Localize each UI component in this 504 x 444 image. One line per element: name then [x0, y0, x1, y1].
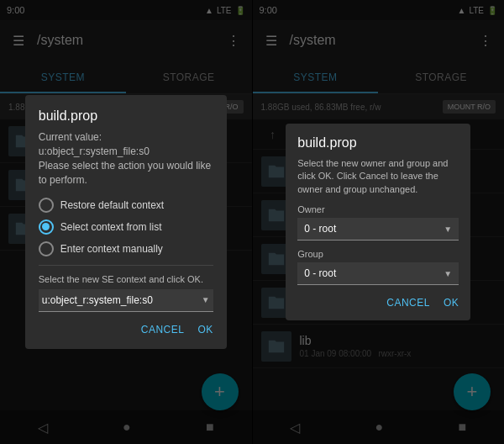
group-row: Group 0 - root ▼	[297, 249, 459, 285]
dialog-title-left: build.prop	[39, 108, 213, 124]
context-value: u:object_r:system_file:s0	[42, 294, 153, 306]
screen-right: 9:00 ▲ LTE 🔋 ☰ /system ⋮ SYSTEM STORAGE …	[253, 0, 505, 444]
cancel-button-left[interactable]: CANCEL	[141, 324, 185, 336]
radio-enter-manual-label: Enter context manually	[60, 243, 163, 255]
dialog-description-left: Current value: u:object_r:system_file:s0…	[39, 130, 213, 187]
dialog-actions-right: CANCEL OK	[297, 297, 459, 309]
group-chevron: ▼	[444, 269, 452, 278]
context-dropdown[interactable]: u:object_r:system_file:s0 ▼	[39, 289, 213, 312]
dialog-overlay-left: build.prop Current value: u:object_r:sys…	[0, 0, 252, 444]
dropdown-chevron: ▼	[202, 295, 210, 304]
radio-select-list-label: Select context from list	[60, 221, 162, 233]
dialog-actions-left: CANCEL OK	[39, 324, 213, 336]
owner-chevron: ▼	[444, 225, 452, 234]
owner-label: Owner	[297, 204, 459, 214]
radio-select-list-circle	[39, 219, 54, 235]
dialog-description-right: Select the new owner and group and click…	[297, 157, 459, 196]
dialog-divider	[39, 265, 213, 266]
select-label-left: Select the new SE context and click OK.	[39, 274, 213, 284]
group-label: Group	[297, 249, 459, 259]
radio-restore-circle	[39, 198, 54, 213]
cancel-button-right[interactable]: CANCEL	[386, 297, 430, 309]
radio-select-list[interactable]: Select context from list	[39, 219, 213, 235]
group-value: 0 - root	[304, 267, 336, 279]
dialog-right: build.prop Select the new owner and grou…	[286, 124, 470, 320]
radio-enter-manual[interactable]: Enter context manually	[39, 241, 213, 256]
dialog-title-right: build.prop	[297, 135, 459, 151]
owner-value: 0 - root	[304, 223, 336, 235]
radio-enter-manual-circle	[39, 241, 54, 256]
radio-restore[interactable]: Restore default context	[39, 198, 213, 213]
group-select[interactable]: 0 - root ▼	[297, 262, 459, 285]
radio-restore-label: Restore default context	[60, 199, 164, 211]
owner-row: Owner 0 - root ▼	[297, 204, 459, 240]
dialog-left: build.prop Current value: u:object_r:sys…	[25, 95, 227, 348]
ok-button-right[interactable]: OK	[444, 297, 459, 309]
ok-button-left[interactable]: OK	[197, 324, 213, 336]
dialog-overlay-right: build.prop Select the new owner and grou…	[253, 0, 505, 444]
owner-select[interactable]: 0 - root ▼	[297, 218, 459, 240]
screen-left: 9:00 ▲ LTE 🔋 ☰ /system ⋮ SYSTEM STORAGE …	[0, 0, 252, 444]
